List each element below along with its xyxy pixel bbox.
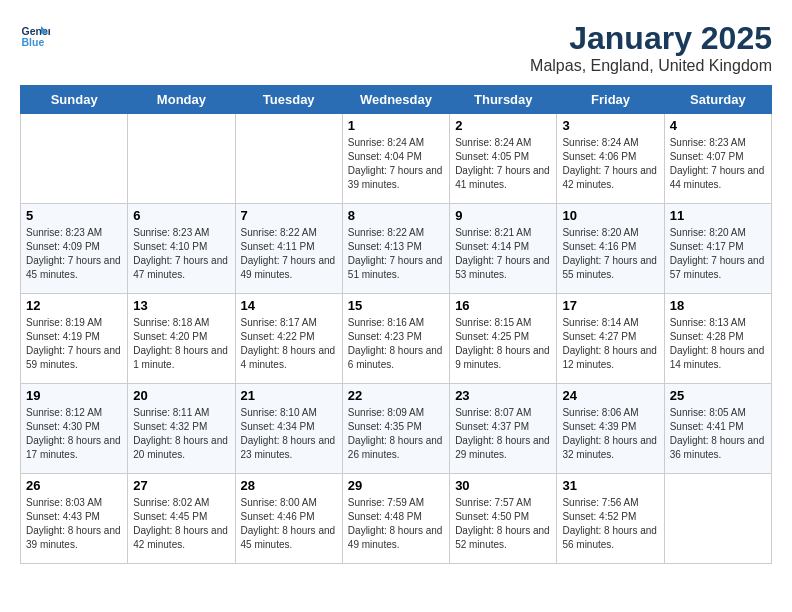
title-area: January 2025 Malpas, England, United Kin…: [530, 20, 772, 75]
table-cell: [664, 474, 771, 564]
day-info: Sunrise: 8:23 AMSunset: 4:07 PMDaylight:…: [670, 136, 766, 192]
day-info: Sunrise: 8:18 AMSunset: 4:20 PMDaylight:…: [133, 316, 229, 372]
day-number: 25: [670, 388, 766, 403]
table-cell: [21, 114, 128, 204]
day-number: 11: [670, 208, 766, 223]
table-cell: 25Sunrise: 8:05 AMSunset: 4:41 PMDayligh…: [664, 384, 771, 474]
day-info: Sunrise: 8:22 AMSunset: 4:11 PMDaylight:…: [241, 226, 337, 282]
table-cell: 26Sunrise: 8:03 AMSunset: 4:43 PMDayligh…: [21, 474, 128, 564]
table-cell: 23Sunrise: 8:07 AMSunset: 4:37 PMDayligh…: [450, 384, 557, 474]
week-row-4: 19Sunrise: 8:12 AMSunset: 4:30 PMDayligh…: [21, 384, 772, 474]
day-number: 21: [241, 388, 337, 403]
weekday-header-row: Sunday Monday Tuesday Wednesday Thursday…: [21, 86, 772, 114]
day-number: 31: [562, 478, 658, 493]
logo: General Blue: [20, 20, 50, 50]
week-row-3: 12Sunrise: 8:19 AMSunset: 4:19 PMDayligh…: [21, 294, 772, 384]
day-info: Sunrise: 8:02 AMSunset: 4:45 PMDaylight:…: [133, 496, 229, 552]
table-cell: 28Sunrise: 8:00 AMSunset: 4:46 PMDayligh…: [235, 474, 342, 564]
day-info: Sunrise: 8:19 AMSunset: 4:19 PMDaylight:…: [26, 316, 122, 372]
header-friday: Friday: [557, 86, 664, 114]
day-number: 18: [670, 298, 766, 313]
day-info: Sunrise: 8:24 AMSunset: 4:05 PMDaylight:…: [455, 136, 551, 192]
day-info: Sunrise: 8:16 AMSunset: 4:23 PMDaylight:…: [348, 316, 444, 372]
day-info: Sunrise: 8:03 AMSunset: 4:43 PMDaylight:…: [26, 496, 122, 552]
day-number: 5: [26, 208, 122, 223]
day-number: 19: [26, 388, 122, 403]
day-number: 17: [562, 298, 658, 313]
header-thursday: Thursday: [450, 86, 557, 114]
day-number: 8: [348, 208, 444, 223]
table-cell: 12Sunrise: 8:19 AMSunset: 4:19 PMDayligh…: [21, 294, 128, 384]
table-cell: 13Sunrise: 8:18 AMSunset: 4:20 PMDayligh…: [128, 294, 235, 384]
day-number: 12: [26, 298, 122, 313]
header-saturday: Saturday: [664, 86, 771, 114]
day-number: 13: [133, 298, 229, 313]
header-tuesday: Tuesday: [235, 86, 342, 114]
day-number: 2: [455, 118, 551, 133]
calendar-table: Sunday Monday Tuesday Wednesday Thursday…: [20, 85, 772, 564]
table-cell: 31Sunrise: 7:56 AMSunset: 4:52 PMDayligh…: [557, 474, 664, 564]
table-cell: 8Sunrise: 8:22 AMSunset: 4:13 PMDaylight…: [342, 204, 449, 294]
day-number: 15: [348, 298, 444, 313]
day-info: Sunrise: 8:17 AMSunset: 4:22 PMDaylight:…: [241, 316, 337, 372]
week-row-1: 1Sunrise: 8:24 AMSunset: 4:04 PMDaylight…: [21, 114, 772, 204]
day-number: 20: [133, 388, 229, 403]
day-info: Sunrise: 8:23 AMSunset: 4:09 PMDaylight:…: [26, 226, 122, 282]
day-number: 28: [241, 478, 337, 493]
day-number: 1: [348, 118, 444, 133]
day-number: 30: [455, 478, 551, 493]
day-info: Sunrise: 7:59 AMSunset: 4:48 PMDaylight:…: [348, 496, 444, 552]
day-info: Sunrise: 8:24 AMSunset: 4:04 PMDaylight:…: [348, 136, 444, 192]
table-cell: 7Sunrise: 8:22 AMSunset: 4:11 PMDaylight…: [235, 204, 342, 294]
calendar-title: January 2025: [530, 20, 772, 57]
table-cell: [128, 114, 235, 204]
day-info: Sunrise: 8:06 AMSunset: 4:39 PMDaylight:…: [562, 406, 658, 462]
table-cell: 6Sunrise: 8:23 AMSunset: 4:10 PMDaylight…: [128, 204, 235, 294]
day-info: Sunrise: 8:24 AMSunset: 4:06 PMDaylight:…: [562, 136, 658, 192]
day-info: Sunrise: 8:10 AMSunset: 4:34 PMDaylight:…: [241, 406, 337, 462]
table-cell: 5Sunrise: 8:23 AMSunset: 4:09 PMDaylight…: [21, 204, 128, 294]
day-number: 7: [241, 208, 337, 223]
day-info: Sunrise: 8:15 AMSunset: 4:25 PMDaylight:…: [455, 316, 551, 372]
table-cell: 20Sunrise: 8:11 AMSunset: 4:32 PMDayligh…: [128, 384, 235, 474]
day-number: 27: [133, 478, 229, 493]
calendar-subtitle: Malpas, England, United Kingdom: [530, 57, 772, 75]
day-number: 6: [133, 208, 229, 223]
day-info: Sunrise: 8:07 AMSunset: 4:37 PMDaylight:…: [455, 406, 551, 462]
table-cell: 30Sunrise: 7:57 AMSunset: 4:50 PMDayligh…: [450, 474, 557, 564]
day-number: 14: [241, 298, 337, 313]
day-info: Sunrise: 7:56 AMSunset: 4:52 PMDaylight:…: [562, 496, 658, 552]
table-cell: 2Sunrise: 8:24 AMSunset: 4:05 PMDaylight…: [450, 114, 557, 204]
day-info: Sunrise: 8:13 AMSunset: 4:28 PMDaylight:…: [670, 316, 766, 372]
day-info: Sunrise: 8:11 AMSunset: 4:32 PMDaylight:…: [133, 406, 229, 462]
table-cell: 14Sunrise: 8:17 AMSunset: 4:22 PMDayligh…: [235, 294, 342, 384]
day-info: Sunrise: 8:20 AMSunset: 4:17 PMDaylight:…: [670, 226, 766, 282]
day-info: Sunrise: 8:23 AMSunset: 4:10 PMDaylight:…: [133, 226, 229, 282]
day-number: 9: [455, 208, 551, 223]
table-cell: 24Sunrise: 8:06 AMSunset: 4:39 PMDayligh…: [557, 384, 664, 474]
logo-icon: General Blue: [20, 20, 50, 50]
table-cell: 18Sunrise: 8:13 AMSunset: 4:28 PMDayligh…: [664, 294, 771, 384]
day-info: Sunrise: 8:00 AMSunset: 4:46 PMDaylight:…: [241, 496, 337, 552]
header-wednesday: Wednesday: [342, 86, 449, 114]
table-cell: 4Sunrise: 8:23 AMSunset: 4:07 PMDaylight…: [664, 114, 771, 204]
header: General Blue January 2025 Malpas, Englan…: [20, 20, 772, 75]
table-cell: 1Sunrise: 8:24 AMSunset: 4:04 PMDaylight…: [342, 114, 449, 204]
week-row-2: 5Sunrise: 8:23 AMSunset: 4:09 PMDaylight…: [21, 204, 772, 294]
day-info: Sunrise: 8:14 AMSunset: 4:27 PMDaylight:…: [562, 316, 658, 372]
table-cell: [235, 114, 342, 204]
day-number: 29: [348, 478, 444, 493]
header-sunday: Sunday: [21, 86, 128, 114]
day-info: Sunrise: 8:20 AMSunset: 4:16 PMDaylight:…: [562, 226, 658, 282]
day-info: Sunrise: 7:57 AMSunset: 4:50 PMDaylight:…: [455, 496, 551, 552]
table-cell: 29Sunrise: 7:59 AMSunset: 4:48 PMDayligh…: [342, 474, 449, 564]
day-number: 4: [670, 118, 766, 133]
week-row-5: 26Sunrise: 8:03 AMSunset: 4:43 PMDayligh…: [21, 474, 772, 564]
table-cell: 10Sunrise: 8:20 AMSunset: 4:16 PMDayligh…: [557, 204, 664, 294]
table-cell: 11Sunrise: 8:20 AMSunset: 4:17 PMDayligh…: [664, 204, 771, 294]
table-cell: 15Sunrise: 8:16 AMSunset: 4:23 PMDayligh…: [342, 294, 449, 384]
table-cell: 16Sunrise: 8:15 AMSunset: 4:25 PMDayligh…: [450, 294, 557, 384]
table-cell: 22Sunrise: 8:09 AMSunset: 4:35 PMDayligh…: [342, 384, 449, 474]
table-cell: 21Sunrise: 8:10 AMSunset: 4:34 PMDayligh…: [235, 384, 342, 474]
day-number: 16: [455, 298, 551, 313]
